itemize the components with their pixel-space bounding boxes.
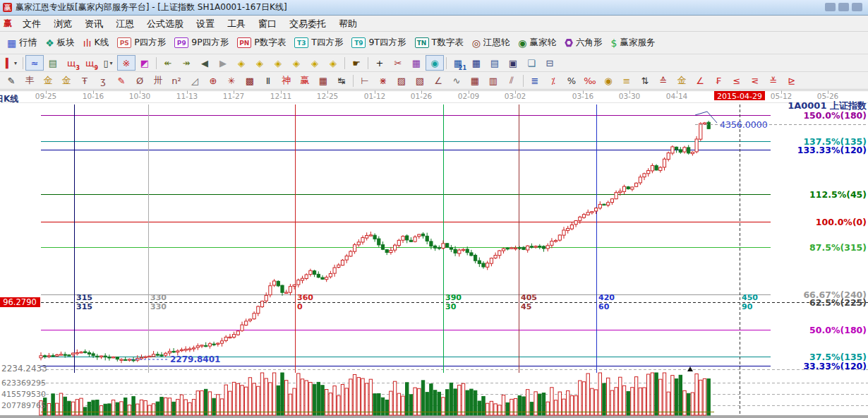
menu-item-trade[interactable]: 交易委托	[283, 16, 332, 31]
pattern-mark-button[interactable]: ※	[117, 55, 135, 71]
kline-chart-canvas[interactable]: 09-2510-1610-3011-1311-2712-1112-2501-12…	[0, 90, 868, 418]
menu-item-browse[interactable]: 浏览	[47, 16, 78, 31]
menu-item-gann[interactable]: 江恩	[109, 16, 140, 31]
draw-circle-button[interactable]: Ø	[131, 73, 149, 88]
draw-updown-button[interactable]: ⇅	[636, 73, 654, 88]
goto-first-button[interactable]: ↞	[159, 55, 177, 71]
draw-gold-3-button[interactable]: 金	[673, 73, 691, 88]
draw-shade-1-button[interactable]: ▨	[392, 73, 411, 88]
menu-item-help[interactable]: 帮助	[332, 16, 363, 31]
close-button[interactable]	[852, 3, 862, 11]
draw-pen-red-button[interactable]: ✎	[112, 73, 131, 88]
gann-tool-a-button[interactable]: ▦	[407, 55, 426, 71]
draw-grid-3-button[interactable]: ▥	[484, 73, 502, 88]
draw-target-button[interactable]: ⊕	[204, 73, 222, 88]
draw-gold-2-button[interactable]: 金	[57, 73, 76, 88]
notes-button[interactable]: ▤	[486, 55, 504, 71]
draw-span-button[interactable]: ↹	[332, 73, 351, 88]
menu-item-file[interactable]: 文件	[16, 16, 47, 31]
page-prev-button[interactable]: ◀	[195, 55, 214, 71]
toolbar-9t-square-button[interactable]: T99T四方形	[347, 35, 410, 52]
color-kline-button[interactable]: ◩	[135, 55, 154, 71]
menu-item-tools[interactable]: 工具	[221, 16, 252, 31]
draw-permille-button[interactable]: ‰	[581, 73, 599, 88]
zoom-left-button[interactable]: ◈	[232, 55, 251, 71]
zoom-horizontal-button[interactable]: ◈	[269, 55, 287, 71]
zoom-right-button[interactable]: ◈	[251, 55, 269, 71]
draw-list-button[interactable]: ≣	[526, 73, 544, 88]
measure-tool-button[interactable]: ✂	[389, 55, 407, 71]
draw-web-button[interactable]: ▩	[241, 73, 259, 88]
split-9-button[interactable]: щ9	[80, 55, 99, 71]
draw-lines-button[interactable]: ⫽	[502, 73, 521, 88]
toolbar-gann-wheel-button[interactable]: ◎江恩轮	[468, 35, 514, 52]
toolbar-t-square-button[interactable]: T3T四方形	[290, 35, 347, 52]
draw-spiral-button[interactable]: ʒ	[94, 73, 112, 88]
kline-style-select-button[interactable]: ▍▾	[2, 55, 20, 71]
draw-n2-button[interactable]: n²	[167, 73, 186, 88]
draw-gold-circle-button[interactable]: ◉	[599, 73, 617, 88]
calculator-button[interactable]: ▦	[467, 55, 486, 71]
draw-trend-f-button[interactable]: ₣	[709, 73, 728, 88]
split-3-button[interactable]: щ3	[62, 55, 80, 71]
print-button[interactable]: ⊟	[541, 55, 559, 71]
zoom-both-button[interactable]: ◈	[287, 55, 306, 71]
draw-frame-button[interactable]: ⊢	[356, 73, 374, 88]
draw-speed-3-button[interactable]: ≚	[764, 73, 783, 88]
draw-wave-button[interactable]: ∿	[447, 73, 466, 88]
info-panel-button[interactable]: ▤	[44, 55, 62, 71]
draw-ticks-button[interactable]: 卅	[149, 73, 167, 88]
draw-shen-button[interactable]: 神	[277, 73, 296, 88]
draw-pct-band-button[interactable]: ⁒	[544, 73, 562, 88]
menu-item-window[interactable]: 窗口	[252, 16, 283, 31]
menu-item-news[interactable]: 资讯	[78, 16, 109, 31]
menu-item-formula-picker[interactable]: 公式选股	[140, 16, 190, 31]
zoom-all-button[interactable]: ◈	[306, 55, 324, 71]
snapshot-button[interactable]: ❏	[522, 55, 541, 71]
draw-fan-button[interactable]: ⋇	[374, 73, 392, 88]
goto-last-button[interactable]: ↠	[177, 55, 195, 71]
gann-tool-b-button[interactable]: ◉	[426, 55, 444, 71]
draw-angle-button[interactable]: ∠	[429, 73, 447, 88]
crosshair-button[interactable]: +	[370, 55, 389, 71]
draw-pct-button[interactable]: %	[562, 73, 581, 88]
draw-f-button[interactable]: Ŧ	[76, 73, 94, 88]
draw-shade-2-button[interactable]: ▧	[411, 73, 429, 88]
draw-speed-4-button[interactable]: ⊵	[783, 73, 801, 88]
menu-item-settings[interactable]: 设置	[190, 16, 221, 31]
toolbar-t-number-table-button[interactable]: TNT数字表	[411, 35, 468, 52]
chart-area[interactable]: 09-2510-1610-3011-1311-2712-1112-2501-12…	[0, 90, 868, 418]
draw-grid-1-button[interactable]: 丰	[20, 73, 39, 88]
toolbar-p-number-table-button[interactable]: PNP数字表	[233, 35, 290, 52]
draw-gold-lines-button[interactable]: ≡	[617, 73, 636, 88]
zoom-fit-button[interactable]: ◈	[324, 55, 342, 71]
toolbar-winner-wheel-button[interactable]: ◉赢家轮	[514, 35, 560, 52]
calendar-button[interactable]: ▦21	[449, 55, 467, 71]
save-button[interactable]: ▣	[504, 55, 522, 71]
minimize-button[interactable]	[825, 3, 836, 11]
draw-angle-flag-button[interactable]: ◿	[186, 73, 204, 88]
toolbar-quote-button[interactable]: ▦行情	[3, 35, 41, 52]
draw-speed-2-button[interactable]: ⋜	[746, 73, 764, 88]
maximize-button[interactable]	[838, 3, 849, 11]
draw-speed-1-button[interactable]: ≤	[728, 73, 746, 88]
draw-ruler-button[interactable]: ▦	[314, 73, 332, 88]
draw-ying-button[interactable]: 赢	[296, 73, 314, 88]
draw-marks-button[interactable]: Ⅱ	[259, 73, 277, 88]
draw-star-button[interactable]: ✳	[222, 73, 241, 88]
toolbar-p-square-button[interactable]: PSP四方形	[113, 35, 170, 52]
draw-gold-1-button[interactable]: 金	[39, 73, 57, 88]
draw-grid-2-button[interactable]: ▦	[466, 73, 484, 88]
overlay-curve-button[interactable]: ≈	[25, 55, 44, 71]
toolbar-kline-button[interactable]: ılıK线	[79, 35, 113, 52]
toolbar-sector-button[interactable]: ❖板块	[41, 35, 79, 52]
toolbar-winner-service-button[interactable]: $赢家服务	[607, 35, 660, 52]
drag-hand-button[interactable]: ☛	[347, 55, 366, 71]
page-next-button[interactable]: ▶	[214, 55, 232, 71]
toolbar-hexagon-button[interactable]: 六角形	[560, 35, 607, 52]
draw-pen-button[interactable]: ✎	[2, 73, 20, 88]
toolbar-9p-square-button[interactable]: P99P四方形	[170, 35, 233, 52]
candle-type-button[interactable]: ▯▾	[99, 55, 117, 71]
draw-trend-j-button[interactable]: ∠	[691, 73, 709, 88]
draw-wave-band-button[interactable]: ≙	[654, 73, 673, 88]
